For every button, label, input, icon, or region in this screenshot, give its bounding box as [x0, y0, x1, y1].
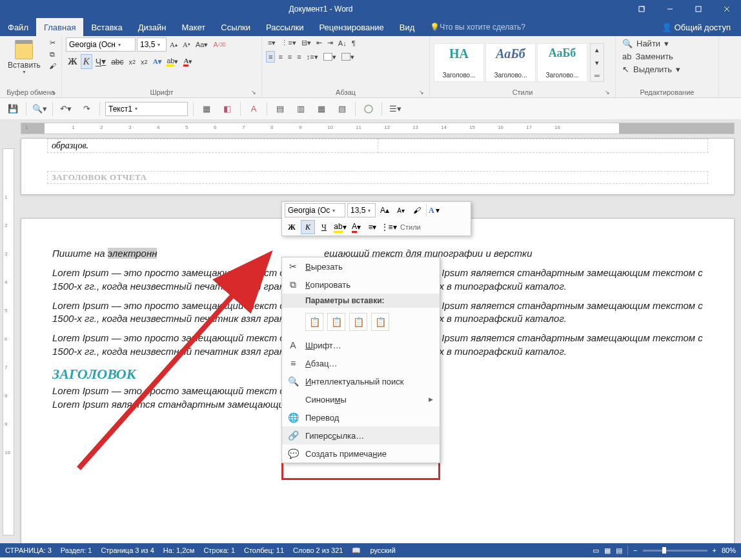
mini-highlight[interactable]: ab▾	[333, 220, 347, 234]
ctx-synonyms[interactable]: Синонимы▶	[282, 390, 440, 408]
clipboard-launcher[interactable]: ↘	[51, 89, 56, 95]
multilevel-list-button[interactable]: ⊟▾	[299, 37, 313, 48]
status-section[interactable]: Раздел: 1	[61, 546, 92, 554]
qat-btn-7[interactable]: ▧	[334, 101, 350, 117]
line-spacing-button[interactable]: ↕≡▾	[305, 52, 320, 63]
format-painter-button[interactable]: 🖌	[47, 61, 58, 71]
strikethrough-button[interactable]: abc	[109, 56, 125, 68]
tab-home[interactable]: Главная	[36, 18, 83, 36]
mini-font-color[interactable]: A▾	[349, 220, 363, 234]
qat-btn-4[interactable]: ▤	[272, 101, 288, 117]
maximize-icon[interactable]	[684, 0, 713, 18]
ctx-hyperlink[interactable]: 🔗Гиперссылка…	[282, 426, 440, 445]
ctx-copy[interactable]: ⧉Копировать	[282, 275, 440, 294]
shrink-font-button[interactable]: A▾	[181, 39, 192, 50]
shading-button[interactable]: ▾	[321, 52, 338, 63]
tab-layout[interactable]: Макет	[174, 18, 213, 36]
mini-grow-font[interactable]: A▴	[378, 203, 392, 217]
ctx-font[interactable]: AШрифт…	[282, 336, 440, 354]
tab-insert[interactable]: Вставка	[83, 18, 130, 36]
print-preview-button[interactable]: 🔍▾	[32, 101, 47, 117]
styles-gallery[interactable]: НАЗаголово... АаБбЗаголово... АаБбЗаголо…	[434, 43, 587, 82]
qat-btn-8[interactable]	[361, 101, 376, 117]
qat-btn-9[interactable]: ☰▾	[387, 101, 403, 117]
paste-button[interactable]: Вставить ▼	[4, 37, 45, 77]
minimize-icon[interactable]	[656, 0, 684, 18]
mini-font-size[interactable]: 13,5▾	[347, 203, 376, 217]
highlight-color-button[interactable]: ab▾	[165, 55, 180, 68]
font-color-button[interactable]: A▾	[181, 55, 194, 68]
view-web-layout[interactable]: ▤	[616, 546, 622, 555]
view-print-layout[interactable]: ▦	[604, 546, 611, 555]
sort-button[interactable]: A↓	[336, 38, 349, 48]
ribbon-display-options-icon[interactable]	[627, 0, 656, 18]
tell-me-search[interactable]: 💡 Что вы хотите сделать?	[422, 18, 533, 36]
grow-font-button[interactable]: A▴	[168, 39, 179, 50]
paste-text-only[interactable]: 📋	[371, 313, 389, 331]
mini-underline[interactable]: Ч	[317, 220, 331, 234]
zoom-in-button[interactable]: +	[713, 546, 716, 554]
font-launcher[interactable]: ↘	[251, 89, 256, 95]
copy-button[interactable]: ⧉	[47, 49, 58, 60]
underline-button[interactable]: Ч▾	[94, 55, 108, 68]
report-title-field[interactable]: ЗАГОЛОВОК ОТЧЕТА	[47, 171, 708, 184]
paragraph-launcher[interactable]: ↘	[419, 89, 424, 95]
bold-button[interactable]: Ж	[66, 55, 79, 68]
mini-font-name[interactable]: Georgia (Ос▾	[285, 203, 345, 217]
bullets-button[interactable]: ≡▾	[266, 37, 278, 48]
subscript-button[interactable]: x2	[127, 57, 138, 67]
align-left-button[interactable]: ≡	[266, 51, 275, 63]
status-proofing-icon[interactable]: 📖	[352, 546, 361, 555]
qat-btn-5[interactable]: ▥	[293, 101, 309, 117]
zoom-slider[interactable]	[643, 550, 707, 552]
close-icon[interactable]	[713, 0, 741, 18]
qat-btn-3[interactable]: A	[246, 101, 261, 117]
align-right-button[interactable]: ≡	[286, 52, 294, 62]
borders-button[interactable]: ▾	[340, 52, 356, 63]
zoom-out-button[interactable]: −	[633, 546, 637, 554]
qat-btn-6[interactable]: ▦	[314, 101, 329, 117]
status-line[interactable]: Строка: 1	[203, 546, 235, 554]
find-button[interactable]: 🔍Найти▾	[620, 37, 671, 50]
tab-design[interactable]: Дизайн	[130, 18, 174, 36]
table-cell[interactable]	[378, 139, 708, 153]
mini-numbering[interactable]: ⋮≡▾	[381, 220, 396, 234]
italic-button[interactable]: К	[81, 54, 92, 69]
table-cell[interactable]: образцов.	[48, 139, 378, 153]
change-case-button[interactable]: Aa▾	[194, 39, 210, 50]
paste-merge[interactable]: 📋	[327, 313, 345, 331]
justify-button[interactable]: ≡	[295, 52, 303, 62]
mini-styles-button[interactable]: A▾	[429, 203, 440, 217]
mini-bold[interactable]: Ж	[285, 220, 299, 234]
ctx-new-comment[interactable]: 💬Создать примечание	[282, 445, 440, 463]
mini-italic[interactable]: К	[301, 220, 315, 234]
styles-launcher[interactable]: ↘	[605, 89, 610, 95]
font-name-combo[interactable]: Georgia (Осн▾	[66, 37, 136, 52]
style-thumb-1[interactable]: НАЗаголово...	[434, 43, 484, 82]
view-read-mode[interactable]: ▭	[593, 546, 599, 555]
superscript-button[interactable]: x2	[139, 57, 150, 67]
clear-formatting-button[interactable]: A⌫	[211, 39, 227, 50]
text-effects-button[interactable]: A▾	[151, 56, 163, 67]
qat-btn-2[interactable]: ◧	[219, 101, 235, 117]
mini-shrink-font[interactable]: A▾	[394, 203, 408, 217]
show-marks-button[interactable]: ¶	[350, 38, 358, 48]
style-thumb-2[interactable]: АаБбЗаголово...	[485, 43, 536, 82]
status-page-of[interactable]: Страница 3 из 4	[101, 546, 154, 554]
status-word[interactable]: Слово 2 из 321	[293, 546, 343, 554]
ctx-cut[interactable]: ✂Вырезать	[282, 257, 440, 275]
undo-button[interactable]: ↶▾	[58, 101, 74, 117]
paste-keep-source[interactable]: 📋	[305, 313, 323, 331]
status-at[interactable]: На: 1,2см	[163, 546, 195, 554]
save-button[interactable]: 💾	[5, 101, 21, 117]
style-selector-combo[interactable]: Текст1▾	[105, 102, 188, 116]
paste-picture[interactable]: 📋	[349, 313, 367, 331]
tab-file[interactable]: Файл	[0, 18, 36, 36]
tab-mailings[interactable]: Рассылки	[258, 18, 311, 36]
ctx-smart-lookup[interactable]: 🔍Интеллектуальный поиск	[282, 372, 440, 390]
mini-format-painter[interactable]: 🖌	[410, 203, 424, 217]
qat-btn-1[interactable]: ▦	[199, 101, 214, 117]
tab-references[interactable]: Ссылки	[213, 18, 258, 36]
styles-expand[interactable]: ═	[593, 70, 602, 81]
cut-button[interactable]: ✂	[47, 37, 58, 48]
